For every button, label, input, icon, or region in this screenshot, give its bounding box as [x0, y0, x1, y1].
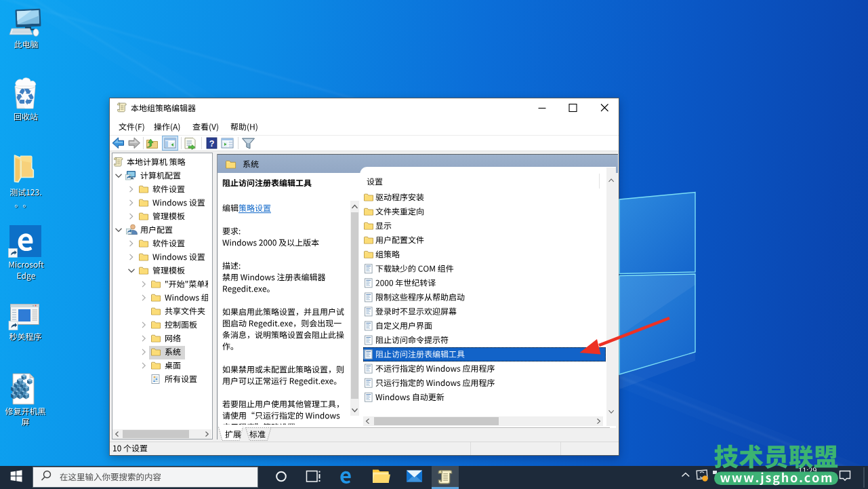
svg-text:?: ?: [209, 139, 215, 149]
